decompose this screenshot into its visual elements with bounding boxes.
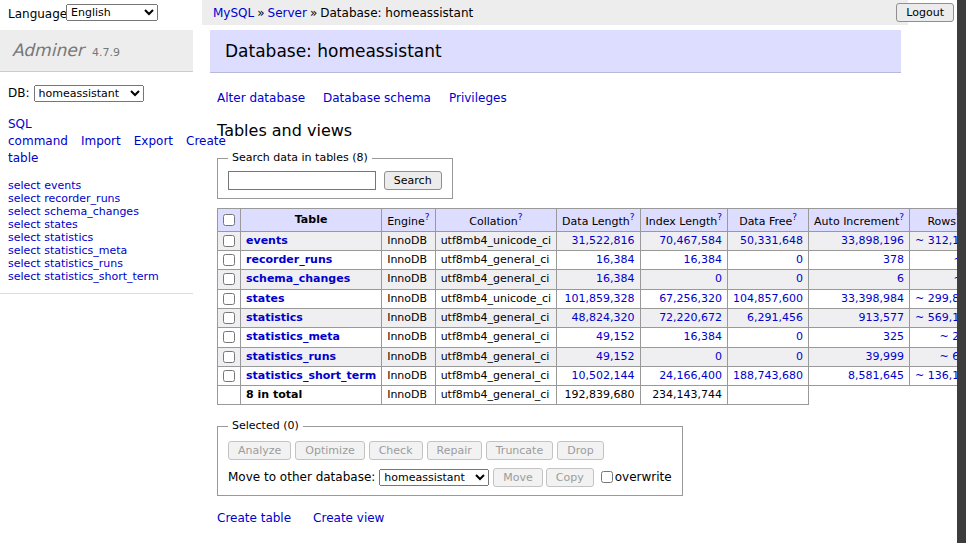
table-name-link[interactable]: states bbox=[246, 292, 285, 305]
index-length-link[interactable]: 72,220,672 bbox=[659, 311, 722, 324]
breadcrumb-current: Database: homeassistant bbox=[320, 6, 473, 20]
select-all-checkbox[interactable] bbox=[223, 214, 235, 226]
table-name-link[interactable]: events bbox=[246, 234, 288, 247]
sidebar-table-link[interactable]: select states bbox=[8, 218, 78, 231]
repair-button[interactable]: Repair bbox=[427, 441, 482, 460]
data-free-link[interactable]: 50,331,648 bbox=[740, 234, 803, 247]
auto-increment-link[interactable]: 33,898,196 bbox=[841, 234, 904, 247]
sidebar-table-link[interactable]: select statistics_short_term bbox=[8, 270, 159, 283]
auto-increment-link[interactable]: 6 bbox=[897, 272, 904, 285]
sidebar-table-link[interactable]: select statistics_runs bbox=[8, 257, 123, 270]
data-free-link[interactable]: 0 bbox=[796, 350, 803, 363]
data-length-link[interactable]: 16,384 bbox=[596, 272, 635, 285]
row-checkbox[interactable] bbox=[223, 331, 235, 343]
data-length-link[interactable]: 31,522,816 bbox=[572, 234, 635, 247]
index-length-cell: 16,384 bbox=[640, 328, 728, 347]
auto-increment-link[interactable]: 378 bbox=[883, 253, 904, 266]
data-length-link[interactable]: 16,384 bbox=[596, 253, 635, 266]
index-length-link[interactable]: 16,384 bbox=[684, 330, 723, 343]
language-select[interactable]: English bbox=[66, 4, 158, 21]
table-name-link[interactable]: statistics_runs bbox=[246, 350, 336, 363]
column-help-link[interactable]: ? bbox=[518, 212, 523, 222]
row-checkbox[interactable] bbox=[223, 235, 235, 247]
column-help-link[interactable]: ? bbox=[425, 212, 430, 222]
sidebar-table-link[interactable]: select schema_changes bbox=[8, 205, 139, 218]
collation-cell: utf8mb4_unicode_ci bbox=[435, 231, 556, 250]
db-select[interactable]: homeassistant bbox=[34, 85, 144, 102]
data-free-link[interactable]: 0 bbox=[796, 330, 803, 343]
data-free-link[interactable]: 188,743,680 bbox=[733, 369, 803, 382]
column-help-link[interactable]: ? bbox=[792, 212, 797, 222]
index-length-link[interactable]: 0 bbox=[715, 272, 722, 285]
index-length-link[interactable]: 24,166,400 bbox=[659, 369, 722, 382]
optimize-button[interactable]: Optimize bbox=[295, 441, 364, 460]
sidebar-table-link[interactable]: select events bbox=[8, 179, 81, 192]
scrollbar-thumb[interactable] bbox=[957, 0, 966, 543]
breadcrumb-server-link[interactable]: Server bbox=[268, 6, 307, 20]
create-link[interactable]: Create view bbox=[313, 511, 384, 525]
move-button[interactable]: Move bbox=[493, 468, 543, 487]
row-checkbox[interactable] bbox=[223, 312, 235, 324]
index-length-link[interactable]: 0 bbox=[715, 350, 722, 363]
data-free-link[interactable]: 0 bbox=[796, 253, 803, 266]
row-checkbox[interactable] bbox=[223, 293, 235, 305]
table-row: statistics_metaInnoDButf8mb4_general_ci4… bbox=[218, 328, 966, 347]
auto-increment-link[interactable]: 8,581,645 bbox=[848, 369, 904, 382]
auto-increment-cell: 33,398,984 bbox=[809, 289, 910, 308]
data-length-link[interactable]: 101,859,328 bbox=[565, 292, 635, 305]
analyze-button[interactable]: Analyze bbox=[228, 441, 291, 460]
sidebar-action-link[interactable]: SQL command bbox=[8, 117, 68, 148]
overwrite-checkbox[interactable] bbox=[601, 471, 613, 483]
column-help-link[interactable]: ? bbox=[630, 212, 635, 222]
index-length-link[interactable]: 67,256,320 bbox=[659, 292, 722, 305]
data-length-link[interactable]: 49,152 bbox=[596, 350, 635, 363]
table-name-cell: statistics_short_term bbox=[241, 366, 382, 385]
data-length-link[interactable]: 10,502,144 bbox=[572, 369, 635, 382]
collation-cell: utf8mb4_general_ci bbox=[435, 308, 556, 327]
db-nav-link[interactable]: Database schema bbox=[323, 91, 431, 105]
create-link[interactable]: Create table bbox=[217, 511, 291, 525]
search-input[interactable] bbox=[228, 171, 376, 190]
table-name-link[interactable]: statistics_meta bbox=[246, 330, 340, 343]
sidebar-action-link[interactable]: Import bbox=[81, 134, 121, 148]
table-name-link[interactable]: statistics_short_term bbox=[246, 369, 376, 382]
drop-button[interactable]: Drop bbox=[557, 441, 603, 460]
row-checkbox[interactable] bbox=[223, 273, 235, 285]
breadcrumb-mysql-link[interactable]: MySQL bbox=[213, 6, 254, 20]
row-checkbox[interactable] bbox=[223, 254, 235, 266]
table-name-link[interactable]: schema_changes bbox=[246, 272, 350, 285]
truncate-button[interactable]: Truncate bbox=[486, 441, 553, 460]
data-free-cell: 0 bbox=[728, 328, 809, 347]
sidebar-table-link[interactable]: select statistics bbox=[8, 231, 93, 244]
check-button[interactable]: Check bbox=[369, 441, 423, 460]
index-length-link[interactable]: 70,467,584 bbox=[659, 234, 722, 247]
sidebar-table-link[interactable]: select statistics_meta bbox=[8, 244, 127, 257]
sidebar-action-link[interactable]: Export bbox=[134, 134, 173, 148]
data-free-link[interactable]: 6,291,456 bbox=[747, 311, 803, 324]
data-length-link[interactable]: 48,824,320 bbox=[572, 311, 635, 324]
column-help-link[interactable]: ? bbox=[717, 212, 722, 222]
db-nav-link[interactable]: Privileges bbox=[449, 91, 507, 105]
data-free-link[interactable]: 0 bbox=[796, 272, 803, 285]
auto-increment-link[interactable]: 325 bbox=[883, 330, 904, 343]
db-nav-link[interactable]: Alter database bbox=[217, 91, 305, 105]
copy-button[interactable]: Copy bbox=[546, 468, 594, 487]
page-title: Database: homeassistant bbox=[210, 30, 901, 73]
auto-increment-link[interactable]: 33,398,984 bbox=[841, 292, 904, 305]
search-button[interactable]: Search bbox=[384, 171, 442, 190]
column-help-link[interactable]: ? bbox=[899, 212, 904, 222]
index-length-link[interactable]: 16,384 bbox=[684, 253, 723, 266]
logout-button[interactable]: Logout bbox=[896, 3, 954, 22]
table-name-link[interactable]: recorder_runs bbox=[246, 253, 332, 266]
sidebar-table-link[interactable]: select recorder_runs bbox=[8, 192, 120, 205]
index-length-cell: 24,166,400 bbox=[640, 366, 728, 385]
data-free-link[interactable]: 104,857,600 bbox=[733, 292, 803, 305]
move-db-select[interactable]: homeassistant bbox=[379, 469, 489, 486]
row-checkbox[interactable] bbox=[223, 351, 235, 363]
auto-increment-link[interactable]: 913,577 bbox=[859, 311, 905, 324]
data-length-link[interactable]: 49,152 bbox=[596, 330, 635, 343]
table-name-link[interactable]: statistics bbox=[246, 311, 303, 324]
auto-increment-link[interactable]: 39,999 bbox=[866, 350, 905, 363]
column-header-label: Auto Increment bbox=[814, 214, 899, 227]
row-checkbox[interactable] bbox=[223, 370, 235, 382]
